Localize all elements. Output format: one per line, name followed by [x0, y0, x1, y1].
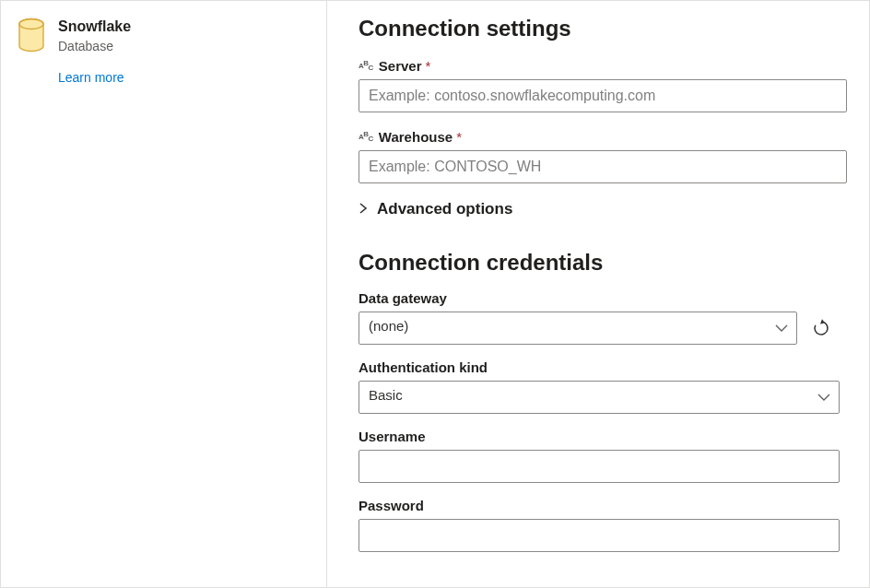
- username-field: Username: [359, 429, 847, 483]
- username-input[interactable]: [359, 450, 840, 483]
- username-label: Username: [359, 429, 847, 444]
- refresh-gateway-button[interactable]: [810, 317, 832, 339]
- required-marker: *: [426, 58, 431, 74]
- text-type-icon: ABC: [359, 63, 373, 70]
- auth-kind-field: Authentication kind Basic: [359, 359, 847, 414]
- warehouse-label: Warehouse: [379, 129, 453, 145]
- server-label: Server: [379, 58, 422, 74]
- password-field: Password: [359, 498, 847, 552]
- data-gateway-label: Data gateway: [359, 290, 847, 306]
- server-input[interactable]: [359, 79, 847, 112]
- sidebar-header: Snowflake Database: [18, 18, 308, 53]
- data-gateway-select[interactable]: (none): [359, 312, 797, 345]
- connector-title: Snowflake: [58, 18, 131, 37]
- auth-kind-label: Authentication kind: [359, 359, 847, 375]
- main-panel: Connection settings ABC Server * ABC War…: [327, 1, 869, 587]
- database-icon: [18, 18, 45, 53]
- connection-settings-heading: Connection settings: [359, 16, 847, 41]
- refresh-icon: [812, 319, 830, 337]
- connection-credentials-heading: Connection credentials: [359, 250, 847, 276]
- sidebar: Snowflake Database Learn more: [1, 1, 327, 587]
- server-label-row: ABC Server *: [359, 58, 847, 74]
- data-gateway-field: Data gateway (none): [359, 290, 847, 345]
- advanced-options-label: Advanced options: [377, 200, 512, 218]
- chevron-right-icon: [359, 202, 371, 217]
- server-field: ABC Server *: [359, 58, 847, 112]
- warehouse-label-row: ABC Warehouse *: [359, 129, 847, 145]
- connector-category: Database: [58, 39, 131, 53]
- text-type-icon: ABC: [359, 134, 373, 141]
- password-label: Password: [359, 498, 847, 513]
- learn-more-link[interactable]: Learn more: [58, 70, 308, 85]
- password-input[interactable]: [359, 519, 840, 552]
- auth-kind-select[interactable]: Basic: [359, 381, 840, 414]
- connector-dialog: Snowflake Database Learn more Connection…: [0, 0, 870, 588]
- required-marker: *: [456, 129, 462, 145]
- warehouse-field: ABC Warehouse *: [359, 129, 847, 183]
- warehouse-input[interactable]: [359, 150, 847, 183]
- advanced-options-toggle[interactable]: Advanced options: [359, 200, 847, 218]
